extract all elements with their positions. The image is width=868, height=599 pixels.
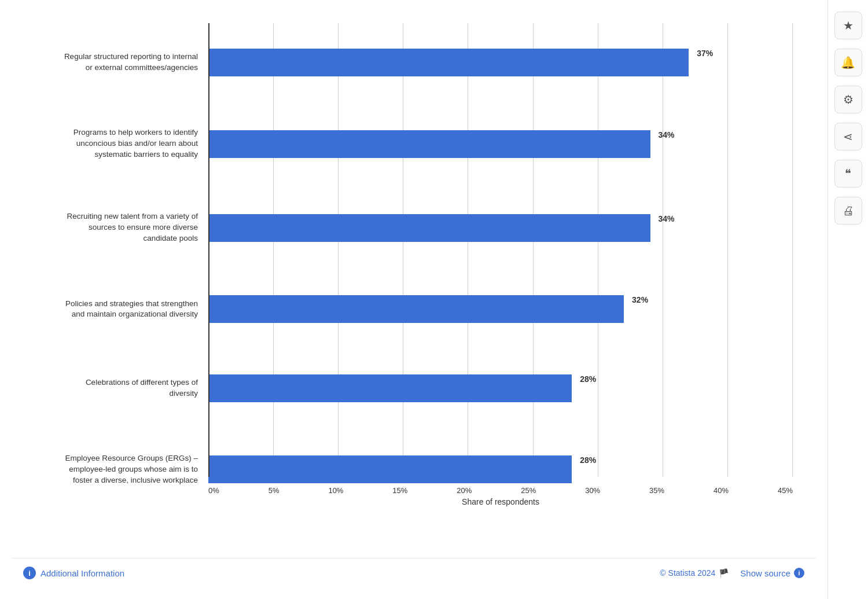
x-tick-0: 0%	[208, 486, 219, 495]
bar-label-0: Regular structured reporting to internal…	[23, 52, 208, 74]
statista-credit-text: © Statista 2024	[660, 568, 715, 578]
additional-info-icon[interactable]: i	[23, 567, 36, 579]
additional-info-link[interactable]: Additional Information	[41, 568, 124, 578]
bar-track-5: 28%	[208, 455, 793, 483]
show-source-info-icon[interactable]: i	[794, 568, 804, 578]
x-tick-1: 5%	[269, 486, 279, 495]
x-axis-label: Share of respondents	[208, 497, 793, 506]
bar-track-2: 34%	[208, 214, 793, 242]
bell-icon[interactable]: 🔔	[834, 49, 862, 76]
x-tick-5: 25%	[521, 486, 536, 495]
bar-label-1: Programs to help workers to identifyunco…	[23, 127, 208, 160]
show-source-link[interactable]: Show source	[740, 568, 790, 578]
bar-track-3: 32%	[208, 295, 793, 323]
x-axis-row: 0%5%10%15%20%25%30%35%40%45% Share of re…	[208, 483, 793, 512]
x-tick-2: 10%	[328, 486, 343, 495]
footer: i Additional Information © Statista 2024…	[12, 558, 816, 587]
bar-fill-1: 34%	[208, 130, 650, 158]
bar-row-0: Regular structured reporting to internal…	[23, 49, 793, 76]
flag-icon: 🏴	[719, 568, 729, 578]
footer-left: i Additional Information	[23, 567, 124, 579]
bar-track-0: 37%	[208, 49, 793, 76]
vertical-axis-line	[208, 23, 209, 477]
quote-icon[interactable]: ❝	[834, 160, 862, 188]
bar-row-3: Policies and strategies that strengthena…	[23, 295, 793, 323]
bar-track-4: 28%	[208, 374, 793, 402]
bar-row-2: Recruiting new talent from a variety ofs…	[23, 211, 793, 244]
bar-value-3: 32%	[632, 295, 648, 304]
bars-container: Regular structured reporting to internal…	[23, 23, 793, 512]
footer-right: © Statista 2024 🏴 Show source i	[660, 568, 804, 578]
sidebar-icons: ★🔔⚙⋖❝🖨	[827, 0, 868, 599]
chart-area: Regular structured reporting to internal…	[12, 12, 816, 558]
x-tick-4: 20%	[457, 486, 472, 495]
x-tick-8: 40%	[713, 486, 729, 495]
bar-value-5: 28%	[580, 455, 596, 465]
x-ticks: 0%5%10%15%20%25%30%35%40%45%	[208, 483, 793, 495]
bar-fill-0: 37%	[208, 49, 689, 76]
show-source-container: Show source i	[740, 568, 804, 578]
main-content: Regular structured reporting to internal…	[0, 0, 827, 599]
x-tick-9: 45%	[778, 486, 793, 495]
share-icon[interactable]: ⋖	[834, 123, 862, 150]
bar-row-1: Programs to help workers to identifyunco…	[23, 127, 793, 160]
gear-icon[interactable]: ⚙	[834, 86, 862, 113]
x-tick-7: 35%	[649, 486, 664, 495]
bar-track-1: 34%	[208, 130, 793, 158]
bar-row-4: Celebrations of different types ofdivers…	[23, 374, 793, 402]
bar-value-1: 34%	[659, 130, 675, 139]
grid-and-bars: Regular structured reporting to internal…	[23, 23, 793, 512]
bar-value-0: 37%	[697, 49, 713, 58]
star-icon[interactable]: ★	[834, 12, 862, 39]
bar-fill-5: 28%	[208, 455, 572, 483]
statista-credit: © Statista 2024 🏴	[660, 568, 729, 578]
bar-row-5: Employee Resource Groups (ERGs) –employe…	[23, 453, 793, 486]
bar-value-4: 28%	[580, 374, 596, 384]
bar-fill-2: 34%	[208, 214, 650, 242]
x-tick-6: 30%	[585, 486, 600, 495]
bar-fill-4: 28%	[208, 374, 572, 402]
x-tick-3: 15%	[392, 486, 407, 495]
print-icon[interactable]: 🖨	[834, 197, 862, 225]
bar-label-3: Policies and strategies that strengthena…	[23, 299, 208, 321]
bar-label-2: Recruiting new talent from a variety ofs…	[23, 211, 208, 244]
bar-fill-3: 32%	[208, 295, 624, 323]
bar-label-5: Employee Resource Groups (ERGs) –employe…	[23, 453, 208, 486]
bar-label-4: Celebrations of different types ofdivers…	[23, 377, 208, 399]
bar-value-2: 34%	[659, 214, 675, 223]
